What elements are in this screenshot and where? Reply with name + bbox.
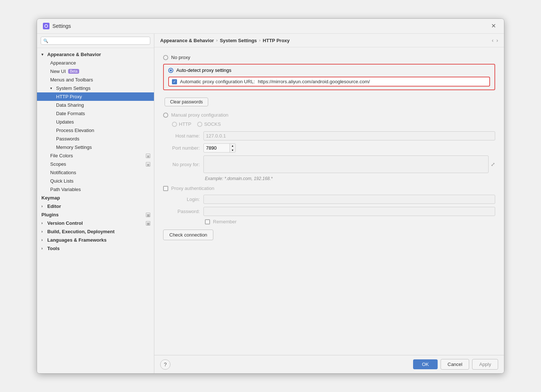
sidebar-item-label: Menus and Toolbars bbox=[50, 77, 93, 83]
sidebar-item-updates[interactable]: Updates bbox=[37, 118, 154, 126]
example-text: Example: *.domain.com, 192.168.* bbox=[205, 176, 495, 181]
sidebar-item-label: New UI bbox=[50, 69, 66, 74]
sidebar-item-scopes[interactable]: Scopes ▣ bbox=[37, 160, 154, 168]
expand-icon[interactable]: ⤢ bbox=[491, 161, 495, 167]
auto-detect-label: Auto-detect proxy settings bbox=[176, 67, 231, 73]
sidebar-item-label: Editor bbox=[47, 204, 61, 209]
login-row: Login: bbox=[163, 195, 495, 204]
sidebar-item-label: Quick Lists bbox=[50, 178, 74, 184]
close-button[interactable]: ✕ bbox=[489, 22, 498, 30]
breadcrumb-part3: HTTP Proxy bbox=[263, 38, 290, 43]
search-input[interactable] bbox=[50, 38, 148, 43]
remember-label: Remember bbox=[213, 219, 236, 224]
sidebar-item-label: Passwords bbox=[56, 136, 80, 142]
chevron-down-icon bbox=[41, 52, 46, 56]
main-panel: Appearance & Behavior › System Settings … bbox=[154, 34, 504, 373]
svg-point-1 bbox=[45, 25, 47, 27]
sidebar-item-build-execution[interactable]: Build, Execution, Deployment bbox=[37, 227, 154, 236]
auto-url-input[interactable] bbox=[258, 79, 486, 84]
search-input-wrap[interactable]: 🔍 bbox=[41, 37, 150, 45]
nav-tree: Appearance & Behavior Appearance New UI … bbox=[37, 48, 154, 373]
auto-detect-radio[interactable] bbox=[168, 68, 173, 73]
sidebar-item-process-elevation[interactable]: Process Elevation bbox=[37, 126, 154, 135]
sidebar-item-languages-frameworks[interactable]: Languages & Frameworks bbox=[37, 236, 154, 244]
no-proxy-for-row: No proxy for: ⤢ bbox=[163, 155, 495, 173]
http-label: HTTP bbox=[179, 121, 191, 127]
help-button[interactable]: ? bbox=[160, 359, 170, 370]
search-icon: 🔍 bbox=[43, 39, 48, 43]
sidebar-item-path-variables[interactable]: Path Variables bbox=[37, 185, 154, 194]
sidebar-item-label: Build, Execution, Deployment bbox=[47, 229, 114, 234]
back-button[interactable]: ‹ bbox=[492, 37, 494, 43]
auto-url-checkbox[interactable] bbox=[172, 79, 177, 84]
beta-badge: Beta bbox=[68, 69, 80, 74]
bottom-bar: ? OK Cancel Apply bbox=[154, 355, 504, 373]
sidebar-item-passwords[interactable]: Passwords bbox=[37, 135, 154, 143]
sidebar-item-data-sharing[interactable]: Data Sharing bbox=[37, 101, 154, 109]
sidebar-item-label: System Settings bbox=[56, 85, 91, 91]
host-label: Host name: bbox=[163, 133, 203, 139]
password-row: Password: bbox=[163, 207, 495, 216]
plugin-icon: ▣ bbox=[146, 162, 150, 166]
sidebar-item-label: Date Formats bbox=[56, 111, 85, 116]
sidebar-item-memory-settings[interactable]: Memory Settings bbox=[37, 143, 154, 151]
proxy-auth-checkbox[interactable] bbox=[163, 186, 168, 191]
remember-checkbox[interactable] bbox=[205, 219, 210, 224]
manual-proxy-radio[interactable] bbox=[163, 113, 168, 118]
plugin-icon: ▣ bbox=[146, 221, 150, 226]
sidebar-item-editor[interactable]: Editor bbox=[37, 202, 154, 210]
port-input-wrap: ▲ ▼ bbox=[203, 143, 236, 153]
sidebar-item-label: HTTP Proxy bbox=[56, 94, 82, 99]
sidebar-item-label: Tools bbox=[47, 246, 60, 251]
apply-button[interactable]: Apply bbox=[472, 359, 498, 370]
clear-passwords-button[interactable]: Clear passwords bbox=[165, 98, 208, 106]
sidebar-item-version-control[interactable]: Version Control ▣ bbox=[37, 219, 154, 227]
ok-button[interactable]: OK bbox=[413, 359, 438, 369]
breadcrumb-sep1: › bbox=[216, 38, 218, 43]
sidebar-item-file-colors[interactable]: File Colors ▣ bbox=[37, 151, 154, 160]
sidebar-item-notifications[interactable]: Notifications bbox=[37, 168, 154, 177]
sidebar-item-system-settings[interactable]: System Settings bbox=[37, 84, 154, 92]
no-proxy-for-input[interactable] bbox=[203, 155, 489, 173]
sidebar-item-date-formats[interactable]: Date Formats bbox=[37, 109, 154, 118]
http-radio[interactable] bbox=[172, 122, 177, 127]
sidebar-item-plugins[interactable]: Plugins ▣ bbox=[37, 210, 154, 219]
chevron-down-icon bbox=[50, 86, 55, 90]
port-input[interactable] bbox=[204, 144, 229, 152]
auto-detect-box: Auto-detect proxy settings Automatic pro… bbox=[163, 64, 495, 90]
sidebar-item-label: Data Sharing bbox=[56, 102, 84, 108]
sidebar-item-keymap[interactable]: Keymap bbox=[37, 194, 154, 202]
password-input[interactable] bbox=[203, 207, 495, 216]
plugin-icon: ▣ bbox=[146, 213, 150, 217]
sidebar-item-tools[interactable]: Tools bbox=[37, 244, 154, 253]
sidebar-item-new-ui[interactable]: New UI Beta bbox=[37, 67, 154, 76]
port-increment-button[interactable]: ▲ bbox=[230, 144, 235, 148]
sidebar-item-label: Process Elevation bbox=[56, 128, 94, 133]
sidebar-item-http-proxy[interactable]: HTTP Proxy bbox=[37, 92, 154, 101]
sidebar-item-appearance-behavior[interactable]: Appearance & Behavior bbox=[37, 50, 154, 59]
titlebar-left: Settings bbox=[43, 23, 71, 29]
sidebar-item-label: Plugins bbox=[41, 212, 59, 217]
login-input[interactable] bbox=[203, 195, 495, 204]
host-input[interactable] bbox=[203, 131, 495, 140]
no-proxy-label: No proxy bbox=[171, 55, 190, 60]
sidebar-item-label: Appearance bbox=[50, 60, 76, 66]
chevron-right-icon bbox=[41, 230, 46, 234]
port-decrement-button[interactable]: ▼ bbox=[230, 148, 235, 153]
sidebar-item-appearance[interactable]: Appearance bbox=[37, 59, 154, 67]
sidebar-item-menus-toolbars[interactable]: Menus and Toolbars bbox=[37, 76, 154, 84]
chevron-right-icon bbox=[41, 246, 46, 250]
socks-label: SOCKS bbox=[204, 121, 221, 127]
host-row: Host name: bbox=[163, 131, 495, 140]
sidebar-item-label: Scopes bbox=[50, 161, 66, 167]
no-proxy-option[interactable]: No proxy bbox=[163, 55, 495, 60]
forward-button[interactable]: › bbox=[496, 37, 498, 43]
cancel-button[interactable]: Cancel bbox=[441, 359, 469, 370]
check-connection-button[interactable]: Check connection bbox=[163, 230, 213, 240]
sidebar-item-label: Updates bbox=[56, 119, 74, 125]
sidebar-item-quick-lists[interactable]: Quick Lists bbox=[37, 177, 154, 185]
no-proxy-radio[interactable] bbox=[163, 55, 168, 60]
proxy-auth-label: Proxy authentication bbox=[171, 186, 214, 191]
remember-row: Remember bbox=[205, 219, 495, 224]
socks-radio[interactable] bbox=[197, 122, 202, 127]
